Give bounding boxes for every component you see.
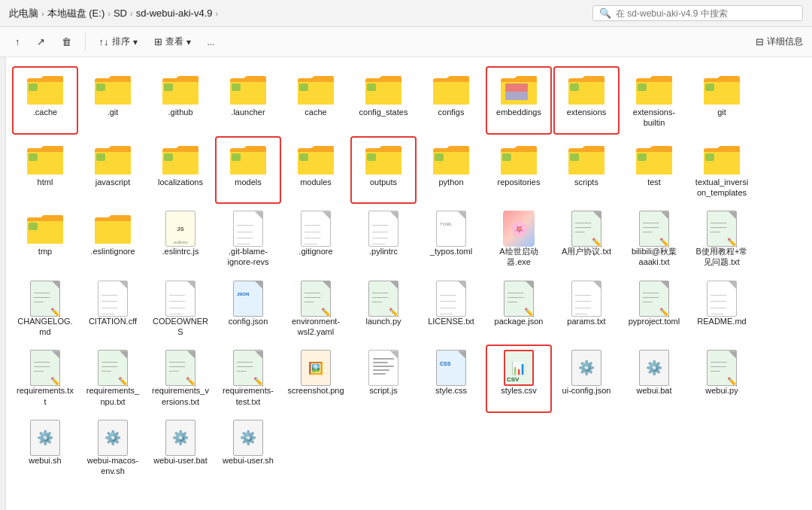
file-item[interactable]: ───────────── ✏️ B使用教程+常见问题.txt: [689, 205, 755, 274]
folder-item[interactable]: config_states: [350, 66, 417, 135]
folder-icon: [635, 72, 674, 107]
file-item[interactable]: ───────────── ✏️ webui.py: [689, 345, 755, 413]
folder-icon: [432, 72, 471, 107]
file-item[interactable]: ─────────────────── .pylintrc: [350, 205, 417, 274]
file-item[interactable]: ───────────── ✏️ CHANGELOG.md: [12, 275, 78, 344]
folder-item[interactable]: textual_inversion_templates: [689, 136, 755, 205]
folder-item[interactable]: git: [689, 66, 755, 135]
file-type-icon: ───────────── ✏️: [635, 281, 674, 316]
file-item[interactable]: ─────────────────── README.md: [689, 275, 755, 344]
folder-item[interactable]: models: [215, 136, 281, 205]
file-item[interactable]: 📊 CSV styles.csv: [486, 345, 552, 413]
folder-item[interactable]: repositories: [486, 136, 552, 205]
toolbar-details-btn[interactable]: ⊟ 详细信息: [756, 35, 803, 48]
file-item[interactable]: script.js: [350, 345, 417, 413]
file-item[interactable]: TOML _typos.toml: [418, 205, 484, 274]
left-pane: [0, 57, 6, 510]
file-item[interactable]: ─────────────────── .gitignore: [283, 205, 349, 274]
file-item[interactable]: ─────────────────── params.txt: [553, 275, 620, 344]
file-item[interactable]: ───────────── ✏️ requirements.txt: [12, 345, 78, 413]
file-item[interactable]: ⚙️ webui.sh: [12, 414, 78, 483]
folder-item[interactable]: modules: [283, 136, 349, 205]
file-type-icon: ───────────── ✏️: [26, 351, 65, 385]
details-icon: ⊟: [756, 36, 764, 47]
file-type-icon: ───────────── ✏️: [26, 281, 65, 316]
file-item[interactable]: ─────────────────── CODEOWNERS: [147, 275, 214, 344]
folder-item[interactable]: test: [621, 136, 687, 205]
file-type-icon: JS .eslintrc: [161, 211, 200, 246]
toolbar-more-btn[interactable]: ...: [201, 34, 221, 50]
folder-item[interactable]: outputs: [350, 136, 417, 205]
file-grid-container: .cache .git .github .launcher cache: [0, 57, 812, 510]
file-item[interactable]: ───────────── ✏️ requirements-test.txt: [215, 345, 281, 413]
folder-item[interactable]: cache: [283, 66, 349, 135]
file-item[interactable]: ─────────────────── LICENSE.txt: [418, 275, 484, 344]
folder-item[interactable]: tmp: [12, 205, 78, 274]
file-item[interactable]: 🌸 A绘世启动器.exe: [486, 205, 552, 274]
toolbar-share-btn[interactable]: ↗: [31, 33, 51, 50]
file-item[interactable]: JSON config.json: [215, 275, 281, 344]
toolbar-view-btn[interactable]: ⊞ 查看 ▾: [148, 32, 197, 51]
folder-item[interactable]: scripts: [553, 136, 620, 205]
file-item[interactable]: ⚙️ webui-user.bat: [147, 414, 214, 483]
file-item[interactable]: ─────────────────── .git-blame-ignore-re…: [215, 205, 281, 274]
file-label: config.json: [229, 316, 268, 326]
file-label: webui-user.sh: [223, 455, 274, 466]
file-item[interactable]: ⚙️ webui-user.sh: [215, 414, 281, 483]
file-label: A用户协议.txt: [562, 246, 611, 257]
toolbar-up-btn[interactable]: ↑: [9, 33, 26, 50]
svg-rect-15: [232, 153, 241, 161]
folder-item[interactable]: configs: [418, 66, 484, 135]
breadcrumb-sd[interactable]: SD: [114, 8, 127, 19]
file-item[interactable]: ───────────── ✏️ launch.py: [350, 275, 417, 344]
file-item[interactable]: JS .eslintrc .eslintrc.js: [147, 205, 214, 274]
file-item[interactable]: ───────────── ✏️ pyproject.toml: [621, 275, 687, 344]
file-item[interactable]: ───────────── ✏️ requirements_npu.txt: [80, 345, 146, 413]
folder-item[interactable]: extensions-builtin: [621, 66, 687, 135]
file-type-icon: ───────────────────: [364, 211, 403, 246]
toolbar-sort-btn[interactable]: ↑↓ 排序 ▾: [93, 32, 144, 51]
folder-item[interactable]: .github: [147, 66, 214, 135]
file-label: screenshot.png: [287, 385, 344, 396]
folder-icon: [93, 142, 132, 177]
folder-item[interactable]: .launcher: [215, 66, 281, 135]
file-item[interactable]: ─────────────────── CITATION.cff: [80, 275, 146, 344]
file-item[interactable]: ───────────── ✏️ requirements_versions.t…: [147, 345, 214, 413]
breadcrumb-disk[interactable]: 本地磁盘 (E:): [47, 7, 105, 20]
file-item[interactable]: CSS style.css: [418, 345, 484, 413]
folder-icon: [567, 142, 606, 177]
folder-item[interactable]: .cache: [12, 66, 78, 135]
breadcrumb[interactable]: 此电脑 › 本地磁盘 (E:) › SD › sd-webui-aki-v4.9…: [9, 7, 586, 20]
file-item[interactable]: 🖼️ screenshot.png: [283, 345, 349, 413]
search-input[interactable]: [616, 8, 796, 19]
file-item[interactable]: ───────────── ✏️ A用户协议.txt: [553, 205, 620, 274]
folder-label: git: [717, 107, 726, 117]
search-box[interactable]: 🔍: [592, 5, 803, 21]
file-type-icon: ───────────── ✏️: [635, 211, 674, 246]
share-icon: ↗: [37, 36, 45, 47]
folder-item[interactable]: .eslintignore: [80, 205, 146, 274]
file-label: B使用教程+常见问题.txt: [693, 246, 750, 268]
toolbar-delete-btn[interactable]: 🗑: [56, 33, 77, 50]
file-item[interactable]: ───────────── ✏️ bilibili@秋葉aaaki.txt: [621, 205, 687, 274]
folder-icon: [432, 142, 471, 177]
file-type-icon: ───────────── ✏️: [364, 281, 403, 316]
folder-item[interactable]: localizations: [147, 136, 214, 205]
file-label: pyproject.toml: [629, 316, 680, 326]
folder-item[interactable]: python: [418, 136, 484, 205]
file-label: webui.bat: [636, 385, 671, 396]
file-item[interactable]: ───────────── ✏️ environment-wsl2.yaml: [283, 275, 349, 344]
more-label: ...: [208, 37, 215, 47]
file-item[interactable]: ───────────── ✏️ package.json: [486, 275, 552, 344]
folder-item[interactable]: extensions: [553, 66, 620, 135]
file-type-icon: 🖼️: [296, 351, 335, 385]
breadcrumb-folder[interactable]: sd-webui-aki-v4.9: [136, 8, 213, 19]
breadcrumb-pc[interactable]: 此电脑: [9, 7, 38, 20]
folder-item[interactable]: javascript: [80, 136, 146, 205]
folder-item[interactable]: html: [12, 136, 78, 205]
file-item[interactable]: ⚙️ webui.bat: [621, 345, 687, 413]
folder-item[interactable]: .git: [80, 66, 146, 135]
folder-item[interactable]: embeddings: [486, 66, 552, 135]
file-item[interactable]: ⚙️ webui-macos-env.sh: [80, 414, 146, 483]
file-item[interactable]: ⚙️ ui-config.json: [553, 345, 620, 413]
